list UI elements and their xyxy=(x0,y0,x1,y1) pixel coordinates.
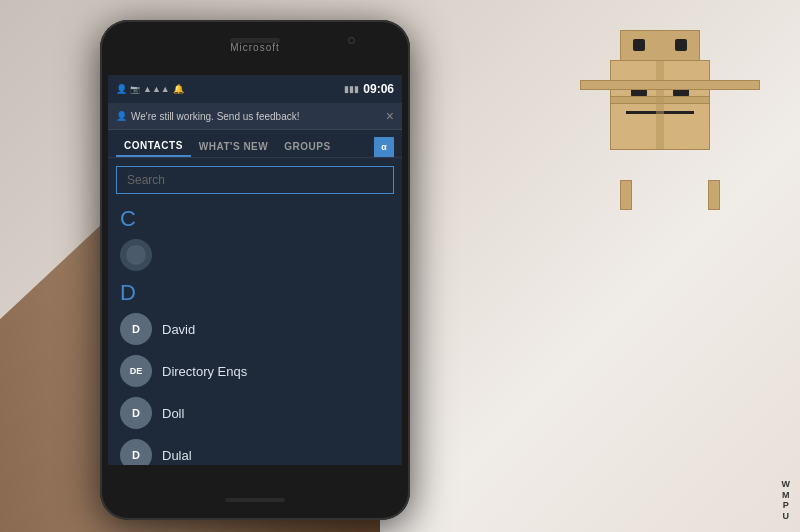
notification-banner: 👤 We're still working. Send us feedback!… xyxy=(108,103,402,130)
alpha-button[interactable]: α xyxy=(374,137,394,157)
status-bar: 👤 📷 ▲▲▲ 🔔 ▮▮▮ 09:06 xyxy=(108,75,402,103)
tab-groups[interactable]: GROUPS xyxy=(276,137,338,156)
contact-name-directory: Directory Enqs xyxy=(162,364,247,379)
wmpu-watermark: W M P U xyxy=(782,479,791,522)
contact-avatar-directory: DE xyxy=(120,355,152,387)
status-time: 09:06 xyxy=(363,82,394,96)
contact-list: C D D David DE Directory En xyxy=(108,202,402,465)
contact-avatar-partial xyxy=(120,239,152,271)
tab-bar: CONTACTS WHAT'S NEW GROUPS α xyxy=(108,130,402,158)
amazon-box xyxy=(600,30,740,180)
contact-avatar-doll: D xyxy=(120,397,152,429)
search-box[interactable]: Search xyxy=(116,166,394,194)
contact-item-directory[interactable]: DE Directory Enqs xyxy=(108,350,402,392)
contact-item-dulal[interactable]: D Dulal xyxy=(108,434,402,465)
contact-name-doll: Doll xyxy=(162,406,184,421)
contact-item-partial[interactable] xyxy=(108,234,402,276)
battery-icon: ▮▮▮ xyxy=(344,84,359,94)
status-icons: 👤 📷 ▲▲▲ 🔔 xyxy=(116,84,184,94)
tab-whats-new[interactable]: WHAT'S NEW xyxy=(191,137,276,156)
phone-camera xyxy=(348,37,355,44)
box-leg-right xyxy=(708,180,720,210)
notification-person-icon: 👤 xyxy=(116,111,127,121)
section-letter-d: D xyxy=(108,276,402,308)
notification-close-button[interactable]: × xyxy=(386,108,394,124)
phone-screen: 👤 📷 ▲▲▲ 🔔 ▮▮▮ 09:06 👤 We're still workin… xyxy=(108,75,402,465)
person-icon: 👤 xyxy=(116,84,127,94)
bell-icon: 🔔 xyxy=(173,84,184,94)
contact-item-doll[interactable]: D Doll xyxy=(108,392,402,434)
contact-avatar-david: D xyxy=(120,313,152,345)
tab-contacts[interactable]: CONTACTS xyxy=(116,136,191,157)
phone: Microsoft 👤 📷 ▲▲▲ 🔔 ▮▮▮ 09:06 👤 We're st… xyxy=(100,20,410,520)
camera-icon: 📷 xyxy=(130,85,140,94)
section-letter-c: C xyxy=(108,202,402,234)
contact-name-david: David xyxy=(162,322,195,337)
box-body xyxy=(610,60,710,150)
box-arms xyxy=(580,80,760,90)
phone-brand-label: Microsoft xyxy=(230,42,280,53)
notification-text: We're still working. Send us feedback! xyxy=(131,111,386,122)
search-placeholder: Search xyxy=(127,173,165,187)
contact-item-david[interactable]: D David xyxy=(108,308,402,350)
wifi-icon: ▲▲▲ xyxy=(143,84,170,94)
box-leg-left xyxy=(620,180,632,210)
contact-name-dulal: Dulal xyxy=(162,448,192,463)
contact-avatar-dulal: D xyxy=(120,439,152,465)
phone-home-indicator xyxy=(225,498,285,502)
